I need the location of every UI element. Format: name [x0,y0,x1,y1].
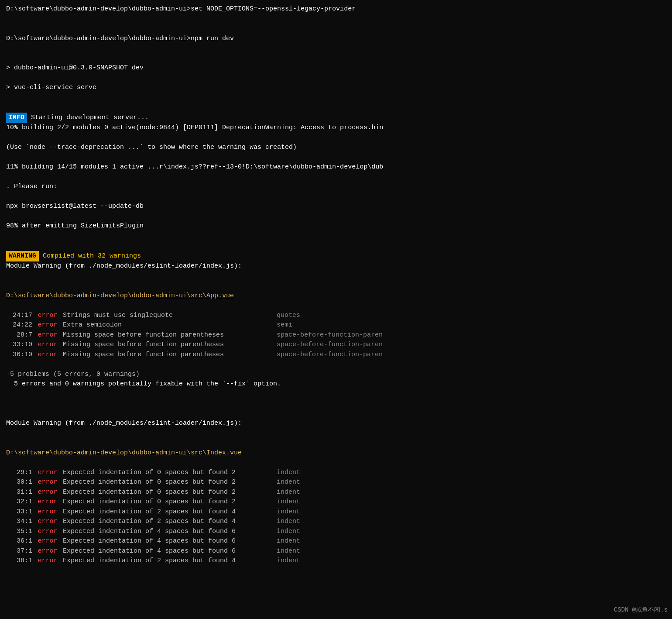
info-badge: INFO [6,113,27,124]
error-row: 35:1errorExpected indentation of 4 space… [6,527,666,537]
terminal-line: D:\software\dubbo-admin-develop\dubbo-ad… [6,4,666,14]
terminal-line: Module Warning (from ./node_modules/esli… [6,419,666,429]
error-row: 29:1errorExpected indentation of 0 space… [6,468,666,478]
error-rule: indent [277,478,300,488]
error-linenum: 33:10 [6,340,32,350]
terminal-arrow-line: > vue-cli-service serve [6,83,666,93]
error-level: error [32,497,63,507]
error-linenum: 36:1 [6,536,32,547]
error-linenum: 34:1 [6,517,32,527]
terminal-line: 10% building 2/2 modules 0 active(node:9… [6,123,666,133]
error-level: error [32,350,63,360]
blank-line [6,103,666,113]
error-rule: indent [277,556,300,566]
error-row: 36:1errorExpected indentation of 4 space… [6,536,666,547]
error-linenum: 24:17 [6,311,32,321]
error-row: 34:1errorExpected indentation of 2 space… [6,517,666,527]
error-level: error [32,536,63,547]
error-linenum: 30:1 [6,478,32,488]
error-level: error [32,556,63,566]
error-message: Expected indentation of 2 spaces but fou… [63,517,277,527]
info-text: Starting development server... [27,114,149,121]
error-level: error [32,547,63,557]
error-rule: quotes [277,311,300,321]
warning-badge: WARNING [6,251,39,262]
error-message: Strings must use singlequote [63,311,277,321]
error-row: 37:1errorExpected indentation of 4 space… [6,547,666,557]
error-row: 32:1errorExpected indentation of 0 space… [6,497,666,507]
blank-line [6,438,666,448]
error-message: Expected indentation of 2 spaces but fou… [63,507,277,517]
error-linenum: 37:1 [6,547,32,557]
warning-line: WARNING Compiled with 32 warnings [6,251,666,262]
error-rule: indent [277,488,300,498]
blank-line [6,54,666,64]
error-rule: space-before-function-paren [277,330,383,340]
error-level: error [32,507,63,517]
error-rule: indent [277,517,300,527]
error-level: error [32,488,63,498]
error-row: 30:1errorExpected indentation of 0 space… [6,478,666,488]
error-row: 36:10errorMissing space before function … [6,350,666,360]
error-message: Expected indentation of 4 spaces but fou… [63,547,277,557]
blank-line [6,24,666,34]
error-row: 28:7errorMissing space before function p… [6,330,666,340]
error-level: error [32,468,63,478]
file-path-line: D:\software\dubbo-admin-develop\dubbo-ad… [6,448,666,458]
terminal-line: . Please run: [6,182,666,192]
error-rule: semi [277,320,292,330]
error-linenum: 24:22 [6,320,32,330]
error-message: Expected indentation of 0 spaces but fou… [63,478,277,488]
error-rule: space-before-function-paren [277,350,383,360]
blank-line [6,399,666,409]
terminal-line: (Use `node --trace-deprecation ...` to s… [6,143,666,153]
error-message: Expected indentation of 0 spaces but fou… [63,497,277,507]
terminal-line: 11% building 14/15 modules 1 active ...r… [6,162,666,172]
problems-text: 5 problems (5 errors, 0 warnings) [10,371,140,378]
info-line: INFO Starting development server... [6,113,666,124]
file-path-line: D:\software\dubbo-admin-develop\dubbo-ad… [6,291,666,301]
problems-line: +5 problems (5 errors, 0 warnings) [6,370,666,380]
error-level: error [32,311,63,321]
error-row: 31:1errorExpected indentation of 0 space… [6,488,666,498]
error-message: Expected indentation of 4 spaces but fou… [63,527,277,537]
error-message: Expected indentation of 0 spaces but fou… [63,468,277,478]
error-rule: indent [277,547,300,557]
error-linenum: 28:7 [6,330,32,340]
error-rule: indent [277,536,300,547]
blank-line [6,409,666,419]
error-row: 24:17errorStrings must use singlequotequ… [6,311,666,321]
error-level: error [32,340,63,350]
error-rule: space-before-function-paren [277,340,383,350]
terminal-line: 98% after emitting SizeLimitsPlugin [6,221,666,231]
error-rule: indent [277,507,300,517]
error-linenum: 29:1 [6,468,32,478]
error-row: 38:1errorExpected indentation of 2 space… [6,556,666,566]
terminal-line: 5 errors and 0 warnings potentially fixa… [6,379,666,389]
error-message: Missing space before function parenthese… [63,340,277,350]
terminal-output: D:\software\dubbo-admin-develop\dubbo-ad… [6,4,666,566]
error-message: Extra semicolon [63,320,277,330]
problems-plus: + [6,371,10,378]
error-linenum: 36:10 [6,350,32,360]
blank-line [6,281,666,291]
error-message: Expected indentation of 0 spaces but fou… [63,488,277,498]
error-rule: indent [277,527,300,537]
watermark: CSDN @咸鱼不闲.s [614,605,668,615]
error-rule: indent [277,497,300,507]
error-row: 33:10errorMissing space before function … [6,340,666,350]
blank-line [6,241,666,251]
error-message: Missing space before function parenthese… [63,330,277,340]
error-linenum: 33:1 [6,507,32,517]
error-linenum: 38:1 [6,556,32,566]
error-level: error [32,320,63,330]
terminal-arrow-line: > dubbo-admin-ui@0.3.0-SNAPSHOT dev [6,63,666,73]
terminal-line: Module Warning (from ./node_modules/esli… [6,261,666,272]
error-level: error [32,330,63,340]
error-message: Expected indentation of 2 spaces but fou… [63,556,277,566]
error-rule: indent [277,468,300,478]
blank-line [6,360,666,370]
error-linenum: 32:1 [6,497,32,507]
error-row: 24:22errorExtra semicolonsemi [6,320,666,330]
terminal-line: npx browserslist@latest --update-db [6,202,666,212]
